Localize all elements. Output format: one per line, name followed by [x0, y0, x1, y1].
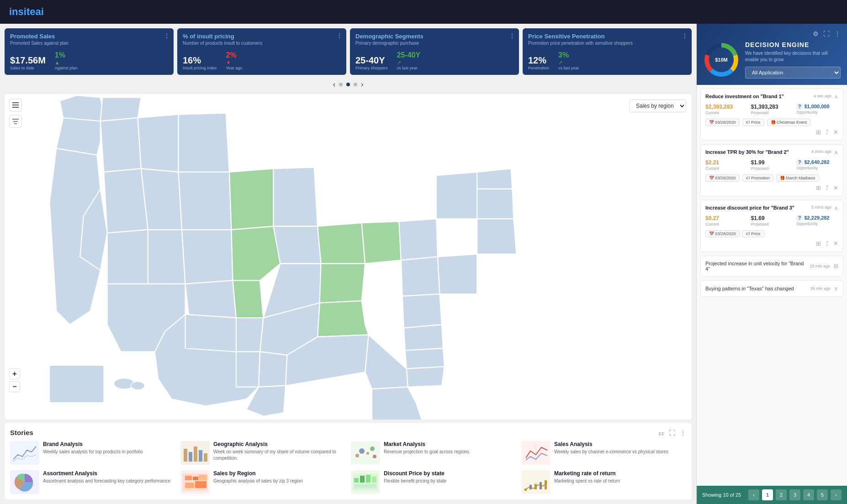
- state-hi2[interactable]: [131, 382, 145, 390]
- page-4[interactable]: 4: [803, 489, 814, 500]
- map-layers-btn[interactable]: [9, 99, 22, 111]
- state-il[interactable]: [274, 226, 321, 264]
- state-ok[interactable]: [185, 315, 236, 352]
- story-card-0[interactable]: Brand Analysis Weekly sales analysis for…: [10, 441, 175, 465]
- dc-collapse-0[interactable]: ∧: [834, 94, 838, 100]
- notif-expand-0[interactable]: ⊞: [834, 263, 838, 269]
- notification-0[interactable]: Projected increase in unit velocity for …: [700, 256, 843, 277]
- state-mo-w[interactable]: [233, 280, 263, 318]
- dc-share-icon-0[interactable]: ⤴: [826, 129, 829, 136]
- carousel-prev[interactable]: ‹: [333, 80, 335, 89]
- dc-share-icon-2[interactable]: ⤴: [826, 240, 829, 247]
- state-sd[interactable]: [179, 172, 232, 230]
- state-ar2[interactable]: [236, 352, 260, 387]
- story-card-6[interactable]: Discount Price by state Flexible benefit…: [351, 470, 516, 494]
- page-3[interactable]: 3: [789, 489, 800, 500]
- stories-expand-icon[interactable]: ⛶: [669, 429, 675, 436]
- de-more-icon[interactable]: ⋮: [834, 30, 841, 37]
- page-1[interactable]: 1: [762, 489, 773, 500]
- dc-copy-icon-2[interactable]: ⊞: [816, 240, 821, 247]
- dc-header-0: Reduce investment on "Brand 1" a sec ago…: [705, 94, 838, 100]
- main-content: ⋮ Promoted Sales Promoted Sales against …: [0, 24, 847, 504]
- state-tn[interactable]: [318, 301, 368, 337]
- state-ct-ri[interactable]: [477, 189, 513, 219]
- kpi-card-2: ⋮ Demographic Segments Primary demograph…: [350, 28, 519, 75]
- carousel-dot-0[interactable]: [339, 83, 343, 86]
- state-ar[interactable]: [236, 318, 263, 352]
- dc-copy-icon-1[interactable]: ⊞: [816, 184, 821, 191]
- story-card-3[interactable]: Sales Analysis Weekly sales by channel e…: [521, 441, 686, 465]
- state-nv[interactable]: [104, 168, 148, 233]
- svg-rect-0: [12, 102, 19, 103]
- notification-1[interactable]: Buying patterns in "Texas" has changed 3…: [700, 280, 843, 297]
- state-pa[interactable]: [399, 219, 438, 260]
- state-id[interactable]: [101, 118, 141, 172]
- state-sc[interactable]: [405, 348, 445, 369]
- card-menu-0[interactable]: ⋮: [164, 32, 170, 39]
- state-ia[interactable]: [232, 226, 281, 281]
- svg-rect-33: [540, 482, 542, 489]
- dc-collapse-1[interactable]: ∧: [834, 149, 838, 156]
- state-wy[interactable]: [141, 168, 182, 230]
- de-settings-icon[interactable]: ⚙: [813, 30, 819, 37]
- notif-expand-1[interactable]: ∨: [834, 285, 838, 292]
- state-nd[interactable]: [179, 113, 229, 172]
- state-ak[interactable]: [49, 365, 104, 403]
- de-body: $10M DECISION ENGINE We have identified …: [703, 41, 841, 79]
- dc-close-icon-1[interactable]: ✕: [833, 184, 838, 191]
- state-ne-states[interactable]: [477, 168, 512, 189]
- state-wv[interactable]: [401, 257, 440, 296]
- dc-copy-icon-0[interactable]: ⊞: [816, 129, 821, 136]
- state-wa[interactable]: [60, 95, 103, 121]
- state-ne[interactable]: [182, 230, 233, 284]
- state-ky[interactable]: [320, 263, 365, 303]
- de-expand-icon[interactable]: ⛶: [823, 30, 830, 37]
- state-in[interactable]: [318, 223, 365, 263]
- zoom-in-btn[interactable]: +: [9, 368, 20, 379]
- page-2[interactable]: 2: [776, 489, 787, 500]
- carousel-dot-2[interactable]: [354, 83, 357, 86]
- state-mt[interactable]: [138, 115, 179, 172]
- state-mn[interactable]: [229, 168, 274, 230]
- state-ga2[interactable]: [365, 335, 408, 389]
- svg-rect-30: [524, 488, 527, 491]
- zoom-out-btn[interactable]: −: [9, 381, 20, 392]
- story-card-2[interactable]: Market Analysis Revenue projection to go…: [351, 441, 516, 465]
- state-ms[interactable]: [259, 352, 287, 387]
- stories-more-icon[interactable]: ⋮: [680, 429, 686, 436]
- carousel-next[interactable]: ›: [361, 80, 363, 89]
- state-md[interactable]: [438, 254, 477, 294]
- card-menu-3[interactable]: ⋮: [682, 32, 688, 39]
- page-5[interactable]: 5: [817, 489, 828, 500]
- state-oh[interactable]: [362, 221, 401, 263]
- story-card-7[interactable]: Marketing rate of return Marketing spent…: [521, 470, 686, 494]
- dc-close-icon-0[interactable]: ✕: [833, 129, 838, 136]
- decision-card-2: Increase discount price for "Brand 3" 5 …: [700, 200, 843, 252]
- dc-close-icon-2[interactable]: ✕: [833, 240, 838, 247]
- dc-collapse-2[interactable]: ∧: [834, 205, 838, 211]
- story-card-4[interactable]: Assortment Analysis Assortment analysis …: [10, 470, 175, 494]
- story-title-1: Geographic Analysis: [213, 441, 345, 447]
- story-thumb-6: [351, 470, 380, 494]
- page-prev[interactable]: ‹: [748, 489, 759, 500]
- story-card-1[interactable]: Geographic Analysis Week on week summary…: [180, 441, 345, 465]
- state-nc[interactable]: [404, 325, 443, 350]
- region-select[interactable]: Sales by region Sales by state Sales by …: [629, 100, 686, 112]
- stories-filter-icon[interactable]: ⚏: [658, 429, 664, 436]
- dc-title-0: Reduce investment on "Brand 1": [705, 94, 810, 99]
- card-menu-1[interactable]: ⋮: [336, 32, 343, 39]
- state-ga[interactable]: [407, 367, 445, 387]
- de-select[interactable]: All Application Promotion Price Assortme…: [745, 67, 841, 79]
- state-va[interactable]: [402, 294, 442, 328]
- state-nj-de[interactable]: [477, 219, 516, 254]
- state-fl[interactable]: [372, 387, 423, 420]
- map-filter-btn[interactable]: [9, 115, 22, 128]
- page-next[interactable]: ›: [831, 489, 842, 500]
- story-card-5[interactable]: Sales by Region Geographic analysis of s…: [180, 470, 345, 494]
- state-ut[interactable]: [107, 230, 148, 284]
- state-wi[interactable]: [274, 167, 318, 226]
- card-menu-2[interactable]: ⋮: [509, 32, 515, 39]
- dc-share-icon-1[interactable]: ⤴: [826, 184, 829, 191]
- state-ny[interactable]: [436, 172, 481, 219]
- carousel-dot-1[interactable]: [346, 83, 350, 86]
